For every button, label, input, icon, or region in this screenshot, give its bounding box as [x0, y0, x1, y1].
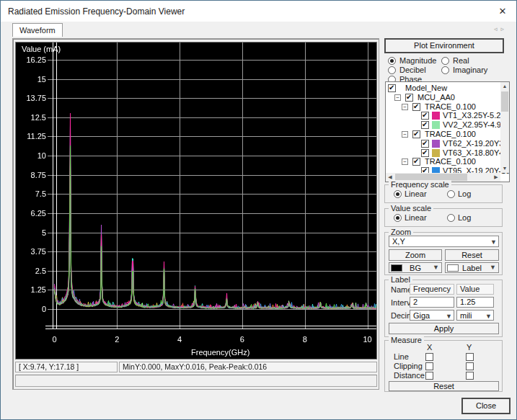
- scroll-right-icon[interactable]: ▶: [492, 173, 500, 182]
- model-tree[interactable]: Model_New−MCU_AA0−TRACE_0.100VT1_X3.25Y-…: [385, 81, 510, 182]
- window-close-icon[interactable]: ✕: [495, 4, 511, 19]
- label-legend: Label: [389, 275, 412, 284]
- measure-distance-y-checkbox[interactable]: [466, 372, 474, 380]
- zoom-button[interactable]: Zoom: [389, 249, 442, 261]
- tree-row[interactable]: VV2_X2.95Y-4.90: [386, 120, 500, 130]
- bg-color-select[interactable]: BG ▼: [389, 262, 442, 273]
- radio-magnitude[interactable]: [388, 57, 396, 65]
- tree-node-label: MCU_AA0: [417, 93, 455, 102]
- radio-imaginary[interactable]: [441, 66, 449, 74]
- measure-clipping-x-checkbox[interactable]: [425, 362, 433, 370]
- measure-row-clipping-label: Clipping: [394, 362, 423, 370]
- chevron-down-icon: ▼: [490, 237, 497, 247]
- tree-row[interactable]: VT62_X-19.20Y3.6: [386, 139, 500, 148]
- measure-reset-button[interactable]: Reset: [389, 381, 499, 391]
- frequency-scale-group: Frequency scale Linear Log: [384, 184, 503, 203]
- tab-waveform[interactable]: Waveform: [12, 23, 63, 37]
- tree-collapse-icon[interactable]: −: [402, 158, 408, 165]
- decimal-y-value: mili: [460, 311, 472, 320]
- tree-vscrollbar[interactable]: ▲ ▼: [500, 82, 509, 173]
- chevron-down-icon: ▼: [485, 311, 492, 321]
- tree-row[interactable]: Model_New: [386, 84, 500, 93]
- plot-scroll-track[interactable]: [15, 375, 377, 387]
- tree-node-label: TRACE_0.100: [425, 102, 476, 112]
- tree-row[interactable]: −TRACE_0.100: [386, 130, 500, 139]
- tree-checkbox[interactable]: [412, 158, 420, 166]
- interval-y-input[interactable]: 1.25: [456, 297, 494, 308]
- tree-node-label: VT1_X3.25Y-5.20: [443, 111, 505, 120]
- tree-checkbox[interactable]: [421, 112, 429, 120]
- window-title: Radiated Emission Frequency-Domain Viewe…: [8, 6, 185, 17]
- radio-value-linear[interactable]: [394, 214, 402, 222]
- radio-decibel-label: Decibel: [399, 66, 426, 74]
- tree-row[interactable]: VT63_X-18.80Y4.0: [386, 148, 500, 158]
- frequency-scale-legend: Frequency scale: [389, 180, 451, 189]
- chevron-down-icon: ▼: [433, 264, 439, 271]
- tab-scroll-right-icon[interactable]: ▹: [500, 25, 508, 32]
- tree-collapse-icon[interactable]: −: [394, 94, 401, 101]
- label-name-x: Frequency: [410, 284, 454, 295]
- tree-checkbox[interactable]: [405, 94, 413, 102]
- measure-line-y-checkbox[interactable]: [466, 353, 474, 361]
- radio-freq-linear[interactable]: [394, 190, 402, 198]
- tab-scroll-arrows[interactable]: ◃▹: [494, 25, 508, 32]
- chevron-down-icon: ▼: [490, 264, 496, 271]
- title-bar: Radiated Emission Frequency-Domain Viewe…: [1, 1, 516, 22]
- label-color-select[interactable]: Label ▼: [445, 262, 499, 273]
- value-scale-group: Value scale Linear Log: [384, 208, 503, 227]
- measure-distance-x-checkbox[interactable]: [425, 372, 433, 380]
- scroll-down-icon[interactable]: ▼: [500, 164, 509, 173]
- dialog-window: Radiated Emission Frequency-Domain Viewe…: [0, 0, 517, 420]
- interval-x-input[interactable]: 2: [410, 297, 454, 308]
- cursor-readout: [ X:9.74, Y:17.18 ]: [15, 362, 118, 372]
- decimal-x-value: Giga: [413, 311, 430, 320]
- tree-collapse-icon[interactable]: −: [402, 131, 408, 138]
- radio-value-log[interactable]: [447, 214, 455, 222]
- zoom-group: Zoom X,Y▼ Zoom Reset BG ▼ Label ▼: [384, 232, 503, 275]
- tree-row[interactable]: −TRACE_0.100: [386, 157, 500, 166]
- tree-checkbox[interactable]: [421, 149, 429, 157]
- measure-clipping-y-checkbox[interactable]: [466, 362, 474, 370]
- measure-col-x: X: [427, 343, 432, 352]
- plot-environment-button[interactable]: Plot Environment: [385, 39, 503, 53]
- apply-button[interactable]: Apply: [389, 323, 499, 334]
- tree-vscroll-thumb[interactable]: [501, 91, 508, 112]
- trace-color-swatch: [432, 112, 440, 120]
- stats-readout: MinY:0.000, MaxY:0.016, Peak-Peak:0.016: [119, 362, 377, 372]
- measure-legend: Measure: [389, 336, 424, 344]
- tree-row[interactable]: −TRACE_0.100: [386, 102, 500, 112]
- plot-panel: Value (mA) Frequency(GHz) 01.252.53.7556…: [12, 38, 379, 390]
- tree-row[interactable]: VT1_X3.25Y-5.20: [386, 111, 500, 120]
- trace-color-swatch: [432, 140, 440, 148]
- tree-collapse-icon[interactable]: −: [402, 104, 408, 110]
- scroll-up-icon[interactable]: ▲: [500, 82, 509, 91]
- tree-checkbox[interactable]: [412, 103, 420, 111]
- measure-col-y: Y: [467, 343, 472, 352]
- radio-real[interactable]: [441, 57, 449, 65]
- tree-checkbox[interactable]: [388, 84, 396, 92]
- tree-node-label: Model_New: [405, 84, 447, 93]
- radio-freq-linear-label: Linear: [405, 189, 427, 198]
- zoom-mode-value: X,Y: [392, 237, 405, 246]
- plot-area[interactable]: Value (mA) Frequency(GHz) 01.252.53.7556…: [15, 42, 377, 359]
- tree-checkbox[interactable]: [412, 130, 420, 138]
- tree-node-label: TRACE_0.100: [425, 130, 476, 139]
- tree-checkbox[interactable]: [421, 140, 429, 148]
- decimal-y-select[interactable]: mili▼: [456, 310, 494, 321]
- measure-line-x-checkbox[interactable]: [425, 353, 433, 361]
- radio-freq-log[interactable]: [447, 190, 455, 198]
- radio-real-label: Real: [453, 56, 469, 65]
- spectrum-canvas[interactable]: [16, 43, 376, 359]
- zoom-mode-select[interactable]: X,Y▼: [389, 236, 499, 247]
- tree-row[interactable]: −MCU_AA0: [386, 93, 500, 102]
- radio-magnitude-label: Magnitude: [399, 56, 436, 65]
- close-button[interactable]: Close: [462, 398, 510, 414]
- trace-color-swatch: [432, 149, 440, 157]
- measure-group: Measure X Y Line Clipping Distance Reset: [384, 340, 503, 392]
- decimal-x-select[interactable]: Giga▼: [410, 310, 454, 321]
- value-scale-legend: Value scale: [389, 204, 433, 213]
- measure-row-line-label: Line: [394, 352, 409, 361]
- radio-decibel[interactable]: [388, 66, 396, 74]
- zoom-reset-button[interactable]: Reset: [445, 249, 499, 261]
- tree-checkbox[interactable]: [421, 121, 429, 129]
